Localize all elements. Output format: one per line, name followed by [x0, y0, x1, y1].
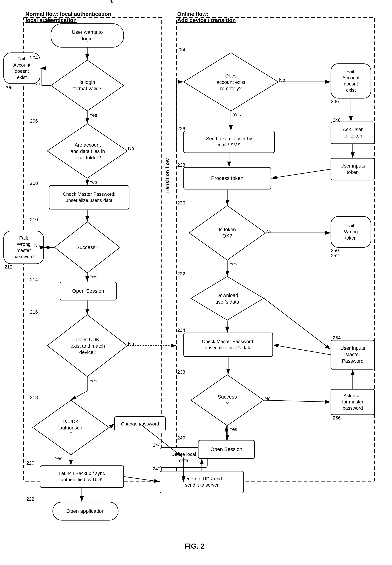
- node-224-label: Doesaccount existremotely?: [195, 65, 267, 99]
- label-218-no: No: [110, 0, 113, 3]
- svg-line-60: [273, 345, 331, 355]
- svg-line-67: [271, 169, 331, 178]
- label-216-yes: Yes: [89, 378, 97, 384]
- svg-rect-3: [176, 17, 375, 481]
- node-fail-acct-right: Fail:Accountdoesntexist: [331, 64, 371, 98]
- num-202: 202: [44, 18, 52, 24]
- num-222: 222: [26, 496, 34, 502]
- svg-marker-10: [47, 315, 127, 377]
- svg-rect-29: [331, 217, 371, 247]
- node-242-label: Generate UDK andsend it to server: [160, 471, 244, 493]
- node-226-label: Send token to user bymail / SMS: [184, 131, 275, 153]
- node-228-label: Process token: [184, 167, 271, 189]
- svg-rect-28: [331, 122, 375, 144]
- svg-rect-17: [160, 448, 207, 467]
- svg-rect-25: [198, 440, 254, 458]
- num-208: 208: [30, 180, 38, 186]
- label-216-no: No: [128, 341, 134, 347]
- num-206: 206: [30, 118, 38, 124]
- svg-marker-8: [55, 222, 120, 273]
- node-210-label: Success?: [63, 236, 112, 258]
- label-238-yes: Yes: [229, 427, 237, 432]
- num-238: 238: [177, 369, 185, 375]
- svg-line-53: [140, 424, 182, 457]
- svg-marker-6: [47, 124, 127, 178]
- svg-marker-24: [191, 375, 264, 426]
- node-248-label: Ask Userfor token: [331, 122, 375, 144]
- node-222-label: Open application: [53, 502, 118, 520]
- num-224: 224: [177, 47, 185, 53]
- svg-rect-26: [160, 471, 244, 493]
- node-254-label: User inputsMasterPassword: [331, 340, 375, 369]
- num-246: 246: [331, 99, 339, 104]
- label-230-yes: Yes: [229, 261, 237, 267]
- node-214-label: Open Session: [60, 282, 116, 300]
- node-204-label: Is loginformat valid?: [60, 73, 114, 98]
- num-226: 226: [177, 126, 185, 131]
- figure-label: FIG. 2: [158, 542, 231, 550]
- flowchart-svg: [0, 0, 392, 565]
- label-238-no: No: [265, 396, 271, 401]
- svg-rect-30: [331, 158, 375, 180]
- svg-rect-4: [51, 24, 124, 47]
- svg-line-58: [264, 400, 331, 402]
- svg-rect-16: [114, 417, 166, 431]
- num-216: 216: [30, 309, 38, 315]
- num-242: 242: [153, 466, 161, 472]
- node-change-pwd: Change password: [114, 417, 166, 431]
- label-230-no: No: [266, 229, 272, 234]
- label-204-yes: Yes: [89, 112, 97, 118]
- node-256-label: Ask userfor masterpassword: [331, 389, 375, 415]
- num-256: 256: [333, 415, 341, 421]
- label-224-no: No: [279, 77, 285, 83]
- svg-marker-21: [189, 205, 266, 260]
- normal-flow-label: Normal flow: local authentication local …: [26, 11, 111, 23]
- num-210: 210: [30, 217, 38, 222]
- node-232-label: Downloaduser's data: [198, 286, 256, 312]
- node-202-label: User wants tologin: [51, 24, 124, 47]
- diagram-container: Normal flow: local authentication local …: [0, 0, 392, 565]
- svg-marker-22: [191, 276, 264, 320]
- num-228: 228: [177, 162, 185, 168]
- svg-marker-5: [51, 60, 124, 111]
- svg-line-49: [71, 391, 87, 400]
- svg-rect-27: [331, 64, 371, 98]
- svg-rect-2: [24, 17, 162, 481]
- num-204: 204: [30, 55, 38, 60]
- node-240-label: Open Session: [198, 440, 254, 458]
- online-flow-label: Online flow: Add device / transition: [177, 11, 236, 23]
- label-210-yes: Yes: [89, 274, 97, 279]
- node-fail-token-right: Fail:Wrongtoken: [331, 217, 371, 247]
- svg-rect-13: [53, 502, 118, 520]
- label-210-no: No: [34, 243, 40, 248]
- num-218: 218: [30, 395, 38, 400]
- svg-rect-23: [184, 333, 273, 357]
- transition-flow-label: Transition flow: [165, 158, 170, 194]
- num-fail-212: 212: [5, 264, 12, 270]
- label-218-yes: Yes: [55, 456, 62, 461]
- label-206-no: No: [128, 145, 134, 151]
- svg-line-55: [124, 477, 160, 482]
- node-234-label: Check Master Password:unserialize user's…: [184, 333, 273, 357]
- svg-line-52: [109, 424, 114, 427]
- num-234: 234: [177, 327, 185, 333]
- node-208-label: Check Master Password:unserialize user's…: [49, 186, 129, 209]
- num-214: 214: [30, 277, 38, 283]
- node-220-label: Launch Backup / syncauthentified by UDK: [40, 466, 124, 488]
- svg-rect-31: [331, 340, 375, 369]
- svg-rect-32: [331, 389, 375, 415]
- node-216-label: Does UDKexist and matchdevice?: [56, 329, 120, 363]
- num-244: 244: [153, 442, 161, 448]
- svg-rect-19: [184, 131, 275, 153]
- node-inputs-token-label: User inputstoken: [331, 158, 375, 180]
- num-254: 254: [333, 335, 341, 341]
- label-206-yes: Yes: [89, 179, 97, 185]
- label-224-yes: Yes: [233, 112, 241, 117]
- svg-rect-9: [60, 282, 116, 300]
- node-244-label: Delete localdata: [160, 448, 207, 467]
- num-250: 250: [331, 248, 339, 253]
- node-238-label: Success?: [199, 388, 255, 412]
- label-204-no: No: [34, 81, 40, 87]
- node-230-label: Is tokenOK?: [198, 220, 256, 246]
- num-fail-208: 208: [5, 85, 12, 90]
